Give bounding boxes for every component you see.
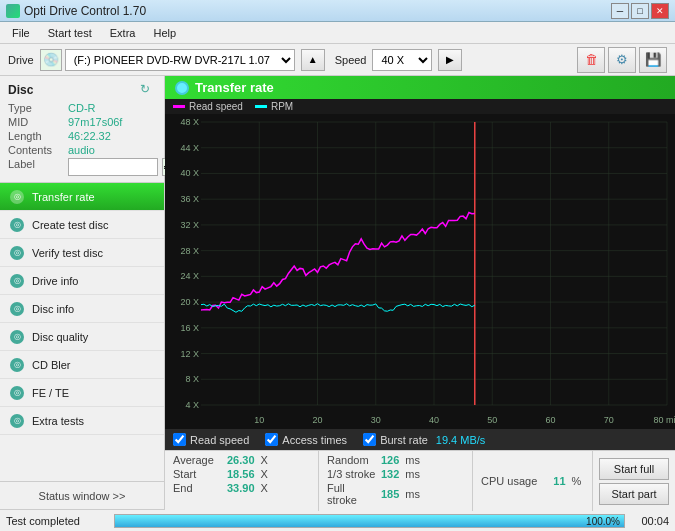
stat-random-unit: ms	[405, 454, 420, 466]
nav-item-verify-test-disc[interactable]: ◎ Verify test disc	[0, 239, 164, 267]
nav-label-transfer-rate: Transfer rate	[32, 191, 95, 203]
menu-start-test[interactable]: Start test	[40, 25, 100, 41]
disc-label-input[interactable]	[68, 158, 158, 176]
stat-start-value: 18.56	[227, 468, 255, 480]
status-window-label: Status window >>	[39, 490, 126, 502]
menu-file[interactable]: File	[4, 25, 38, 41]
access-times-checkbox[interactable]	[265, 433, 278, 446]
stat-full-stroke-value: 185	[381, 488, 399, 500]
stat-start-unit: X	[261, 468, 268, 480]
nav-label-create-test-disc: Create test disc	[32, 219, 108, 231]
nav-item-drive-info[interactable]: ◎ Drive info	[0, 267, 164, 295]
settings-button[interactable]: ⚙	[608, 47, 636, 73]
title-bar-left: Opti Drive Control 1.70	[6, 4, 146, 18]
nav-icon-fe-te: ◎	[10, 386, 24, 400]
drive-arrow-up-button[interactable]: ▲	[301, 49, 325, 71]
disc-type-label: Type	[8, 102, 64, 114]
nav-label-drive-info: Drive info	[32, 275, 78, 287]
sidebar: Disc ↻ Type CD-R MID 97m17s06f Length 46…	[0, 76, 165, 509]
nav-item-transfer-rate[interactable]: ◎ Transfer rate	[0, 183, 164, 211]
stat-random-value: 126	[381, 454, 399, 466]
burst-rate-checkbox-label[interactable]: Burst rate 19.4 MB/s	[363, 433, 485, 446]
disc-type-value: CD-R	[68, 102, 96, 114]
speed-label: Speed	[335, 54, 367, 66]
stats-row: Average 26.30 X Start 18.56 X End 33.90 …	[165, 450, 675, 511]
drive-select[interactable]: (F:) PIONEER DVD-RW DVR-217L 1.07	[65, 49, 295, 71]
chart-title: Transfer rate	[195, 80, 274, 95]
stat-stroke1-unit: ms	[405, 468, 420, 480]
nav-icon-cd-bler: ◎	[10, 358, 24, 372]
erase-button[interactable]: 🗑	[577, 47, 605, 73]
nav-item-cd-bler[interactable]: ◎ CD Bler	[0, 351, 164, 379]
nav-item-extra-tests[interactable]: ◎ Extra tests	[0, 407, 164, 435]
minimize-button[interactable]: ─	[611, 3, 629, 19]
progress-fill	[115, 515, 624, 527]
drive-label: Drive	[8, 54, 34, 66]
title-controls: ─ □ ✕	[611, 3, 669, 19]
title-text: Opti Drive Control 1.70	[24, 4, 146, 18]
nav-icon-transfer-rate: ◎	[10, 190, 24, 204]
disc-contents-row: Contents audio	[8, 144, 156, 156]
stat-stroke1: 1/3 stroke 132 ms	[327, 468, 464, 480]
maximize-button[interactable]: □	[631, 3, 649, 19]
disc-header: Disc ↻	[8, 82, 156, 98]
cpu-section: CPU usage 11 %	[473, 451, 593, 511]
disc-refresh-icon[interactable]: ↻	[140, 82, 156, 98]
right-panel: Transfer rate Read speed RPM Read speed	[165, 76, 675, 509]
stat-random-label: Random	[327, 454, 377, 466]
nav-item-disc-info[interactable]: ◎ Disc info	[0, 295, 164, 323]
stat-end: End 33.90 X	[173, 482, 310, 494]
nav-label-disc-quality: Disc quality	[32, 331, 88, 343]
nav-icon-extra-tests: ◎	[10, 414, 24, 428]
menu-extra[interactable]: Extra	[102, 25, 144, 41]
access-times-checkbox-text: Access times	[282, 434, 347, 446]
disc-length-value: 46:22.32	[68, 130, 111, 142]
burst-rate-checkbox-text: Burst rate	[380, 434, 428, 446]
burst-rate-value: 19.4 MB/s	[436, 434, 486, 446]
checkbox-row: Read speed Access times Burst rate 19.4 …	[165, 429, 675, 450]
status-window-button[interactable]: Status window >>	[0, 481, 164, 509]
main-area: Disc ↻ Type CD-R MID 97m17s06f Length 46…	[0, 76, 675, 509]
cpu-usage-value: 11	[553, 475, 565, 487]
disc-section: Disc ↻ Type CD-R MID 97m17s06f Length 46…	[0, 76, 164, 183]
stat-end-unit: X	[261, 482, 268, 494]
stat-average-unit: X	[261, 454, 268, 466]
chart-canvas	[165, 114, 675, 427]
stat-end-value: 33.90	[227, 482, 255, 494]
read-speed-checkbox[interactable]	[173, 433, 186, 446]
nav-label-disc-info: Disc info	[32, 303, 74, 315]
stat-full-stroke-unit: ms	[405, 488, 420, 500]
legend-read-speed-color	[173, 105, 185, 108]
nav-item-fe-te[interactable]: ◎ FE / TE	[0, 379, 164, 407]
nav-item-disc-quality[interactable]: ◎ Disc quality	[0, 323, 164, 351]
start-full-button[interactable]: Start full	[599, 458, 669, 480]
stat-random: Random 126 ms	[327, 454, 464, 466]
close-button[interactable]: ✕	[651, 3, 669, 19]
speed-select[interactable]: 40 X	[372, 49, 432, 71]
nav-item-create-test-disc[interactable]: ◎ Create test disc	[0, 211, 164, 239]
menu-help[interactable]: Help	[145, 25, 184, 41]
save-button[interactable]: 💾	[639, 47, 667, 73]
start-part-button[interactable]: Start part	[599, 483, 669, 505]
disc-length-row: Length 46:22.32	[8, 130, 156, 142]
nav-icon-disc-quality: ◎	[10, 330, 24, 344]
disc-length-label: Length	[8, 130, 64, 142]
access-times-checkbox-label[interactable]: Access times	[265, 433, 347, 446]
drive-eject-icon[interactable]: 💿	[40, 49, 62, 71]
disc-contents-value: audio	[68, 144, 95, 156]
chart-header-icon	[175, 81, 189, 95]
status-time: 00:04	[633, 515, 669, 527]
menu-bar: File Start test Extra Help	[0, 22, 675, 44]
nav-items: ◎ Transfer rate ◎ Create test disc ◎ Ver…	[0, 183, 164, 481]
stats-middle: Random 126 ms 1/3 stroke 132 ms Full str…	[319, 451, 473, 511]
read-speed-checkbox-label[interactable]: Read speed	[173, 433, 249, 446]
speed-arrow-button[interactable]: ▶	[438, 49, 462, 71]
cpu-usage-label: CPU usage	[481, 475, 537, 487]
nav-icon-disc-info: ◎	[10, 302, 24, 316]
stat-start-label: Start	[173, 468, 223, 480]
disc-label-row: Label ⚙	[8, 158, 156, 176]
stat-end-label: End	[173, 482, 223, 494]
stat-stroke1-label: 1/3 stroke	[327, 468, 377, 480]
stat-start: Start 18.56 X	[173, 468, 310, 480]
burst-rate-checkbox[interactable]	[363, 433, 376, 446]
